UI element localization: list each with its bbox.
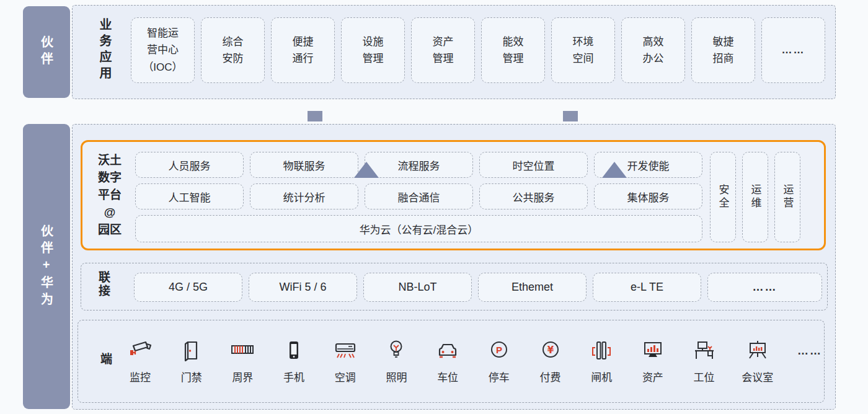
app-box-ioc: 智能运 营中心 （IOC） (131, 17, 195, 83)
connector-square (563, 111, 578, 121)
device-label: 闸机 (591, 369, 612, 384)
platform-service-ai: 人工智能 (135, 183, 244, 209)
app-box-facility: 设施 管理 (341, 17, 405, 83)
partner-sidebar: 伙伴 (23, 6, 70, 98)
platform-service-group: 集体服务 (594, 183, 702, 209)
device-lighting: 照明 (383, 335, 410, 384)
device-assets: 资产 (639, 335, 666, 384)
device-label: 空调 (335, 369, 356, 384)
connect-ethernet: Ethemet (478, 273, 587, 302)
device-phone: 手机 (280, 335, 308, 384)
connector-square (308, 111, 322, 121)
pillar-security-label: 安全 (715, 184, 731, 210)
connectivity-label: 联接 (95, 271, 112, 298)
door-icon (178, 335, 205, 366)
platform-service-people: 人员服务 (135, 152, 244, 178)
bulb-icon (383, 335, 410, 366)
platform-service-stats: 统计分析 (250, 183, 358, 209)
app-box-asset: 资产 管理 (411, 17, 475, 83)
partner-sidebar-label: 伙伴 (38, 35, 56, 69)
connect-wifi: WiFi 5 / 6 (249, 273, 357, 302)
ellipsis-text: …… (797, 335, 822, 366)
fence-icon (229, 335, 256, 366)
device-door-access: 门禁 (178, 335, 205, 384)
device-label: 会议室 (742, 369, 773, 384)
device-label: 付费 (540, 369, 561, 384)
pillar-operation: 运营 (774, 152, 800, 242)
app-box-access: 便捷 通行 (271, 17, 335, 83)
device-parking-spot: 车位 (434, 335, 461, 384)
app-box-security: 综合 安防 (201, 17, 265, 83)
device-meeting-room: 会议室 (742, 335, 773, 384)
device-payment: ¥ 付费 (537, 335, 564, 384)
business-apps-label: 业务应用 (96, 18, 114, 82)
platform-service-iot: 物联服务 (250, 152, 358, 178)
devices-row: 监控 门禁 (126, 335, 822, 384)
device-more: …… (797, 335, 822, 384)
connect-elte: e-L TE (593, 273, 701, 302)
asset-icon (639, 335, 666, 366)
app-box-investment: 敏捷 招商 (691, 17, 755, 83)
business-apps-panel: 业务应用 智能运 营中心 （IOC） 综合 安防 便捷 通行 设施 管理 资产 … (72, 5, 836, 99)
partner-huawei-sidebar: 伙伴+华为 (23, 124, 70, 409)
camera-icon (126, 335, 154, 366)
device-label: 照明 (386, 369, 407, 384)
platform-service-process: 流程服务 (365, 152, 473, 178)
svg-text:¥: ¥ (547, 345, 554, 356)
svg-text:P: P (496, 345, 502, 355)
device-workstation: 工位 (691, 335, 718, 384)
platform-service-public: 公共服务 (479, 183, 588, 209)
app-box-office: 高效 办公 (621, 17, 685, 83)
pillar-om: 运维 (742, 152, 768, 242)
device-parking: P 停车 (485, 335, 513, 384)
phone-icon (280, 335, 308, 366)
pillar-om-label: 运维 (748, 184, 763, 210)
endpoints-label: 端 (97, 353, 113, 368)
pillar-security: 安全 (710, 152, 736, 242)
device-turnstile: 闸机 (588, 335, 615, 384)
device-label: 手机 (283, 369, 304, 384)
pillar-operation-label: 运营 (780, 184, 795, 210)
platform-service-comm: 融合通信 (365, 183, 473, 209)
up-arrow-icon (602, 162, 627, 178)
app-box-more: …… (761, 17, 825, 83)
parking-icon: P (485, 335, 513, 366)
connect-nbiot: NB-LoT (363, 273, 472, 302)
business-apps-row: 智能运 营中心 （IOC） 综合 安防 便捷 通行 设施 管理 资产 管理 能效… (131, 17, 825, 83)
huawei-cloud-box: 华为云（公有云/混合云） (135, 215, 702, 242)
device-label: 周界 (232, 369, 253, 384)
device-label: 门禁 (181, 369, 202, 384)
partner-huawei-sidebar-label: 伙伴+华为 (38, 224, 56, 309)
connect-more: …… (707, 273, 822, 302)
pay-icon: ¥ (537, 335, 564, 366)
device-label: 资产 (642, 369, 663, 384)
platform-service-location: 时空位置 (479, 152, 588, 178)
device-label: 停车 (489, 369, 510, 384)
device-label: 监控 (130, 369, 151, 384)
device-perimeter: 周界 (229, 335, 256, 384)
board-icon (744, 335, 771, 366)
desk-icon (691, 335, 718, 366)
connect-4g5g: 4G / 5G (134, 273, 242, 302)
digital-platform-box: 沃土 数字 平台 @ 园区 人员服务 物联服务 流程服务 时空位置 开发使能 人… (81, 140, 826, 250)
up-arrow-icon (354, 162, 379, 178)
architecture-diagram: 伙伴 业务应用 智能运 营中心 （IOC） 综合 安防 便捷 通行 设施 管理 … (0, 0, 868, 414)
device-label: 工位 (694, 369, 715, 384)
device-label: 车位 (437, 369, 458, 384)
device-surveillance: 监控 (126, 335, 154, 384)
connectivity-box: 联接 4G / 5G WiFi 5 / 6 NB-LoT Ethemet e-L… (81, 263, 828, 310)
gate-icon (588, 335, 615, 366)
device-air-conditioner: 空调 (332, 335, 359, 384)
digital-platform-label: 沃土 数字 平台 @ 园区 (90, 152, 130, 239)
ac-icon (332, 335, 359, 366)
app-box-environment: 环境 空间 (551, 17, 615, 83)
app-box-energy: 能效 管理 (481, 17, 545, 83)
endpoints-box: 端 监控 (78, 320, 825, 403)
car-icon (434, 335, 461, 366)
